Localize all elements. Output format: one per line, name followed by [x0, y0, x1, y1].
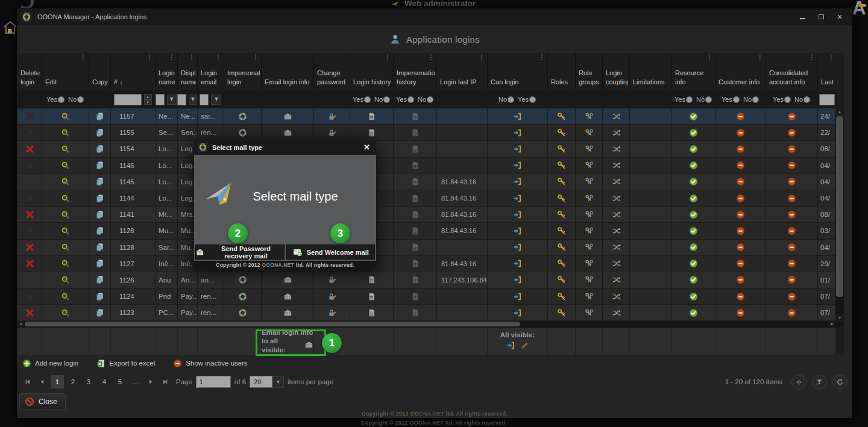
- cell-resource[interactable]: [671, 174, 715, 190]
- cell-delete[interactable]: [17, 240, 42, 255]
- cell-delete[interactable]: [17, 174, 42, 190]
- cell-emailinfo[interactable]: [261, 108, 313, 124]
- filter-text-input[interactable]: [156, 94, 165, 105]
- filter-radio-no[interactable]: No: [498, 96, 514, 103]
- cell-customer[interactable]: [715, 207, 766, 222]
- cell-delete[interactable]: [17, 272, 42, 288]
- disable-login-all-button[interactable]: [520, 341, 529, 352]
- cell-imphistory[interactable]: [393, 305, 436, 320]
- filter-radio-yes[interactable]: Yes: [46, 96, 64, 103]
- cell-imphistory[interactable]: [393, 288, 436, 304]
- refresh-button[interactable]: [832, 375, 848, 390]
- cell-edit[interactable]: [42, 288, 89, 304]
- cell-edit[interactable]: [42, 272, 89, 288]
- radio-icon[interactable]: [407, 96, 414, 103]
- scroll-up-arrow[interactable]: ▴: [835, 108, 844, 116]
- cell-consolidated[interactable]: [766, 158, 817, 173]
- cell-couplings[interactable]: [602, 108, 629, 124]
- filter-radio-yes[interactable]: Yes: [396, 96, 414, 103]
- cell-edit[interactable]: [42, 125, 89, 140]
- radio-icon[interactable]: [752, 96, 759, 103]
- modal-close-button[interactable]: ✕: [363, 140, 370, 155]
- cell-consolidated[interactable]: [766, 141, 817, 157]
- cell-resource[interactable]: [671, 305, 715, 320]
- cell-rolegroups[interactable]: [575, 108, 602, 124]
- column-header-limitations[interactable]: Limitations: [629, 53, 671, 90]
- column-header-couplings[interactable]: Login couplings: [602, 53, 629, 90]
- column-header-resource[interactable]: ⋮Resource info: [671, 53, 715, 90]
- column-header-num[interactable]: ⋮#↓: [110, 53, 155, 90]
- column-menu-icon[interactable]: ⋮: [808, 54, 816, 61]
- enable-login-all-button[interactable]: [506, 341, 515, 352]
- filter-radio-no[interactable]: No: [418, 96, 433, 103]
- cell-edit[interactable]: [42, 207, 89, 222]
- fit-columns-button[interactable]: [791, 375, 807, 390]
- filter-radio-no[interactable]: No: [374, 96, 390, 103]
- page-button-2[interactable]: 2: [66, 375, 80, 388]
- cell-roles[interactable]: [547, 288, 575, 304]
- column-menu-icon[interactable]: ⋮: [188, 54, 195, 61]
- spinner-up-button[interactable]: ▴: [144, 94, 152, 99]
- cell-customer[interactable]: [715, 190, 766, 206]
- cell-rolegroups[interactable]: [575, 240, 602, 255]
- radio-icon[interactable]: [427, 96, 433, 103]
- table-row[interactable]: 1144Lo...Log...81.84.43.1604/: [17, 190, 835, 207]
- column-header-loginhistory[interactable]: ⋮Login history: [350, 53, 393, 90]
- cell-couplings[interactable]: [602, 207, 629, 222]
- vertical-scroll-thumb[interactable]: [836, 116, 843, 297]
- cell-rolegroups[interactable]: [575, 272, 602, 288]
- cell-couplings[interactable]: [602, 288, 629, 304]
- close-window-button[interactable]: ×: [835, 13, 844, 21]
- table-row[interactable]: 1126AnuAn...an...117.243.106.8401/: [17, 272, 835, 288]
- cell-rolegroups[interactable]: [575, 223, 602, 238]
- cell-roles[interactable]: [547, 174, 575, 190]
- cell-delete[interactable]: [17, 158, 42, 173]
- cell-copy[interactable]: [89, 190, 110, 206]
- filter-radio-yes[interactable]: Yes: [518, 96, 536, 103]
- cell-canlogin[interactable]: [487, 207, 547, 222]
- cell-imphistory[interactable]: [393, 240, 436, 255]
- cell-copy[interactable]: [89, 141, 110, 157]
- cell-rolegroups[interactable]: [575, 288, 602, 304]
- radio-icon[interactable]: [686, 96, 693, 103]
- cell-rolegroups[interactable]: [575, 305, 602, 320]
- cell-copy[interactable]: [89, 108, 110, 124]
- cell-copy[interactable]: [89, 223, 110, 238]
- page-number-input[interactable]: [196, 376, 231, 388]
- cell-changepw[interactable]: [313, 305, 350, 320]
- cell-customer[interactable]: [715, 288, 766, 304]
- cell-imphistory[interactable]: [393, 108, 436, 124]
- filter-radio-yes[interactable]: Yes: [675, 96, 693, 103]
- radio-icon[interactable]: [804, 96, 810, 103]
- cell-couplings[interactable]: [602, 158, 629, 173]
- cell-edit[interactable]: [42, 174, 89, 190]
- cell-customer[interactable]: [715, 272, 766, 288]
- cell-imphistory[interactable]: [393, 158, 436, 173]
- cell-loginhistory[interactable]: [350, 288, 393, 304]
- column-header-name[interactable]: ⋮Login name: [155, 53, 177, 90]
- column-header-imphistory[interactable]: ⋮Impersonation history: [393, 53, 436, 90]
- previous-page-button[interactable]: [35, 375, 49, 389]
- column-header-canlogin[interactable]: ⋮Can login: [487, 53, 547, 90]
- cell-imphistory[interactable]: [393, 125, 436, 140]
- cell-customer[interactable]: [715, 223, 766, 238]
- cell-customer[interactable]: [715, 240, 766, 255]
- radio-icon[interactable]: [529, 96, 536, 103]
- items-per-page-value[interactable]: 20: [250, 376, 272, 388]
- cell-rolegroups[interactable]: [575, 141, 602, 157]
- cell-delete[interactable]: [17, 207, 42, 222]
- cell-delete[interactable]: [17, 190, 42, 206]
- cell-changepw[interactable]: [313, 125, 350, 140]
- column-menu-icon[interactable]: ⋮: [384, 54, 391, 61]
- filter-funnel-button[interactable]: [189, 95, 197, 105]
- column-menu-icon[interactable]: ⋮: [478, 54, 485, 61]
- cell-loginhistory[interactable]: [350, 108, 393, 124]
- cell-resource[interactable]: [671, 141, 715, 157]
- filter-radio-no[interactable]: No: [696, 96, 712, 103]
- scroll-left-arrow[interactable]: ◂: [17, 321, 24, 327]
- table-row[interactable]: 1157Ne...Ne...sar...24/: [17, 108, 835, 125]
- cell-roles[interactable]: [547, 223, 575, 238]
- table-row[interactable]: 1127Inê...Inê...inê...81.84.43.1629/: [17, 256, 835, 272]
- page-button-more[interactable]: ...: [129, 375, 142, 388]
- cell-impersonate[interactable]: [224, 288, 261, 304]
